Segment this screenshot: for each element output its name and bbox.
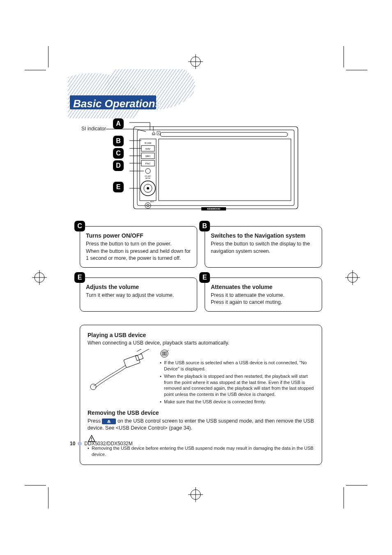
- registration-mark-icon: [188, 487, 203, 502]
- box-vol-title: Adjusts the volume: [86, 284, 191, 290]
- usb-remove-pre: Press: [88, 418, 102, 424]
- svg-rect-29: [159, 139, 291, 201]
- svg-rect-47: [124, 355, 141, 368]
- usb-remove-post: on the USB control screen to enter the U…: [88, 418, 314, 431]
- crop-mark: [344, 487, 344, 509]
- svg-rect-16: [137, 130, 294, 206]
- registration-mark-icon: [32, 270, 47, 285]
- box-power-letter: C: [74, 221, 85, 231]
- info-boxes: C Turns power ON/OFF Press the button to…: [80, 226, 322, 321]
- usb-remove-title: Removing the USB device: [88, 409, 314, 416]
- footer-dot-icon: [78, 442, 82, 446]
- note-icon: [160, 349, 169, 358]
- fnc-button-label: FNC: [145, 162, 151, 165]
- page-footer: 10 DDX5032/DDX5032M: [70, 441, 133, 446]
- crop-mark: [346, 485, 367, 486]
- registration-mark-icon: [345, 270, 360, 285]
- svg-point-35: [158, 133, 159, 134]
- svg-point-28: [147, 187, 149, 190]
- box-att-line1: Press it to attenuate the volume.: [211, 292, 316, 299]
- crop-mark: [25, 70, 46, 70]
- box-att-letter: E: [199, 272, 210, 283]
- callout-b: B: [113, 136, 124, 146]
- box-att-line2: Press it again to cancel muting.: [211, 299, 316, 306]
- callout-a: A: [113, 118, 124, 129]
- box-power: C Turns power ON/OFF Press the button to…: [80, 226, 197, 268]
- brand-label: KENWOOD: [207, 208, 221, 210]
- footer-model: DDX5032/DDX5032M: [84, 441, 132, 446]
- usb-remove-text: Press on the USB control screen to enter…: [88, 418, 314, 432]
- chapter-hatching: [68, 69, 199, 118]
- usb-note-1: If the USB source is selected when a USB…: [160, 360, 314, 372]
- box-nav: B Switches to the Navigation system Pres…: [205, 226, 322, 268]
- usb-caution: Removing the USB device before entering …: [88, 445, 314, 458]
- svg-rect-48: [135, 354, 143, 361]
- callout-c: C: [113, 148, 124, 159]
- box-volume: E Adjusts the volume Turn it either way …: [80, 278, 197, 312]
- svg-text:AUX: AUX: [150, 201, 154, 203]
- crop-mark: [344, 46, 344, 67]
- crop-mark: [48, 46, 48, 67]
- usb-illustration: [88, 349, 153, 390]
- usb-note-2: When the playback is stopped and then re…: [160, 373, 314, 398]
- page-number: 10: [70, 441, 75, 446]
- chapter-title: Basic Operations: [73, 97, 161, 110]
- nav-button-label: NAV: [145, 148, 150, 150]
- eject-icon: [102, 419, 116, 424]
- svg-line-51: [140, 349, 150, 354]
- diagram-callouts: A B C D E: [113, 119, 124, 194]
- crop-mark: [346, 70, 367, 70]
- box-vol-letter: E: [74, 272, 85, 283]
- svg-rect-57: [107, 422, 111, 423]
- svg-point-49: [90, 384, 96, 390]
- usb-note-3: Make sure that the USB device is connect…: [160, 399, 314, 405]
- crop-mark: [25, 485, 46, 486]
- src-button-label: SRC: [145, 155, 151, 157]
- box-power-title: Turns power ON/OFF: [86, 232, 191, 239]
- box-power-line1: Press the button to turn on the power.: [86, 240, 191, 248]
- box-att-title: Attenuates the volume: [211, 284, 316, 290]
- box-attenuate: E Attenuates the volume Press it to atte…: [205, 278, 322, 312]
- usb-notes: If the USB source is selected when a USB…: [160, 360, 314, 405]
- usb-play-title: Playing a USB device: [88, 332, 314, 338]
- svg-rect-17: [160, 132, 288, 136]
- callout-d: D: [113, 160, 124, 171]
- svg-text:R.CAM: R.CAM: [145, 142, 151, 144]
- crop-mark: [48, 487, 48, 509]
- svg-text:MODE: MODE: [145, 177, 150, 179]
- callout-e: E: [113, 182, 124, 192]
- box-vol-line1: Turn it either way to adjust the volume.: [86, 292, 191, 299]
- box-power-line2: When the button is pressed and held down…: [86, 248, 191, 262]
- usb-play-lead: When connecting a USB device, playback s…: [88, 340, 314, 346]
- box-nav-title: Switches to the Navigation system: [211, 232, 316, 239]
- page: Basic Operations R.CAM NAV SRC FNC VOL/A…: [0, 0, 392, 555]
- svg-point-23: [145, 169, 150, 173]
- box-nav-letter: B: [199, 221, 210, 231]
- registration-mark-icon: [188, 54, 203, 69]
- box-nav-line1: Press the button to switch the display t…: [211, 240, 316, 255]
- si-indicator-label: SI indicator: [81, 126, 106, 132]
